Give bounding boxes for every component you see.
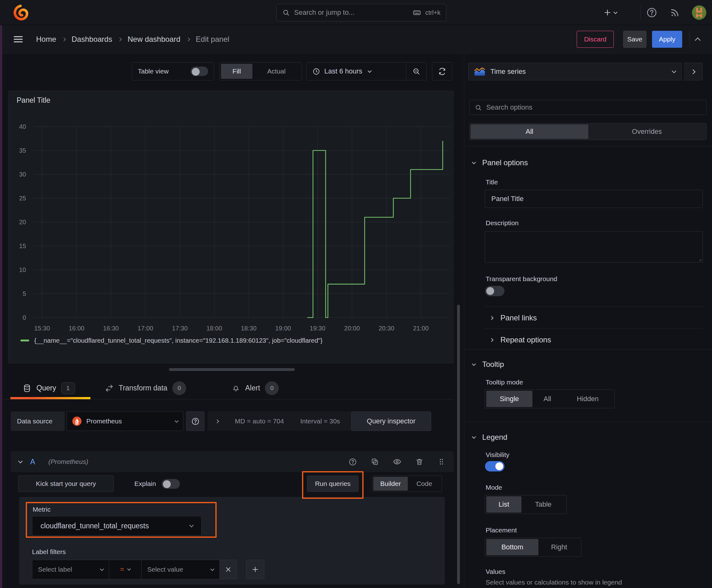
breadcrumb-separator-icon xyxy=(62,37,66,41)
select-value-dropdown[interactable]: Select value xyxy=(141,560,220,579)
mode-list-option[interactable]: List xyxy=(486,496,521,512)
fill-option[interactable]: Fill xyxy=(221,64,253,79)
collapse-icon[interactable] xyxy=(695,37,700,43)
tab-transform[interactable]: Transform data 0 xyxy=(93,377,193,399)
transform-icon xyxy=(105,384,114,393)
menu-icon[interactable] xyxy=(13,34,24,45)
query-help-icon[interactable] xyxy=(348,458,357,466)
tab-query[interactable]: Query 1 xyxy=(10,377,82,399)
panel-links-title: Panel links xyxy=(500,313,537,322)
options-tabs: All Overrides xyxy=(469,123,707,140)
chevron-down-icon xyxy=(672,68,676,73)
tab-all[interactable]: All xyxy=(471,124,588,139)
close-icon xyxy=(224,566,232,573)
avatar[interactable] xyxy=(692,5,706,20)
time-range-button[interactable]: Last 6 hours xyxy=(307,63,406,80)
duplicate-icon[interactable] xyxy=(371,458,379,466)
repeat-options-header[interactable]: Repeat options xyxy=(490,334,551,346)
legend-item[interactable]: {__name__="cloudflared_tunnel_total_requ… xyxy=(20,337,322,344)
legend-series-label[interactable]: {__name__="cloudflared_tunnel_total_requ… xyxy=(34,337,322,344)
tooltip-header[interactable]: Tooltip xyxy=(473,357,504,371)
label-filters-row: Select label = Select value xyxy=(32,560,264,579)
scrollbar[interactable] xyxy=(457,305,460,584)
query-ref-id[interactable]: A xyxy=(30,457,35,466)
explain-toggle[interactable] xyxy=(162,479,180,489)
drag-query-icon[interactable] xyxy=(437,458,446,466)
query-row-header[interactable]: A (Prometheus) xyxy=(11,451,454,472)
datasource-help-button[interactable] xyxy=(186,412,204,431)
legend-header[interactable]: Legend xyxy=(473,430,507,444)
svg-text:15: 15 xyxy=(19,243,26,249)
placement-right-option[interactable]: Right xyxy=(538,539,580,555)
tooltip-all-option[interactable]: All xyxy=(533,391,562,407)
transparent-bg-toggle[interactable] xyxy=(485,286,504,296)
chevron-down-icon xyxy=(368,69,372,73)
grafana-edit-panel: Search or jump to... ctrl+k Home Dashboa… xyxy=(0,0,712,588)
svg-text:18:00: 18:00 xyxy=(206,325,222,332)
query-ref-datasource: (Prometheus) xyxy=(48,458,340,465)
datasource-select[interactable]: Prometheus xyxy=(67,412,184,431)
options-sidebar: Time series Search options All Overrides… xyxy=(464,54,712,588)
hide-query-icon[interactable] xyxy=(393,457,402,466)
zoom-out-icon[interactable] xyxy=(406,63,426,80)
add-filter-button[interactable] xyxy=(246,560,264,579)
visibility-toggle[interactable] xyxy=(485,461,504,471)
options-search-placeholder: Search options xyxy=(486,103,533,111)
panel-links-header[interactable]: Panel links xyxy=(490,312,537,324)
apply-button[interactable]: Apply xyxy=(652,31,682,48)
title-input[interactable]: Panel Title xyxy=(485,190,703,208)
tab-overrides[interactable]: Overrides xyxy=(588,128,706,136)
expand-icon[interactable] xyxy=(215,419,219,423)
select-label-placeholder: Select label xyxy=(38,566,96,573)
save-button[interactable]: Save xyxy=(623,31,646,48)
svg-text:20: 20 xyxy=(19,218,26,226)
actual-option[interactable]: Actual xyxy=(253,67,300,75)
collapse-query-icon[interactable] xyxy=(18,459,23,463)
delete-query-icon[interactable] xyxy=(415,458,424,466)
refresh-button[interactable] xyxy=(432,62,452,80)
breadcrumb-separator-icon xyxy=(186,37,190,41)
builder-option[interactable]: Builder xyxy=(373,477,408,491)
placement-bottom-option[interactable]: Bottom xyxy=(486,539,538,555)
add-button[interactable] xyxy=(603,6,617,19)
resize-handle[interactable] xyxy=(169,368,295,371)
global-search[interactable]: Search or jump to... ctrl+k xyxy=(276,4,447,21)
operator-dropdown[interactable]: = xyxy=(109,560,142,579)
prometheus-icon xyxy=(72,416,82,426)
chevron-down-icon xyxy=(472,160,476,164)
mode-label: Mode xyxy=(486,484,502,491)
breadcrumb-bar: Home Dashboards New dashboard Edit panel… xyxy=(0,25,712,54)
database-icon xyxy=(23,384,31,393)
fill-actual-toggle: Fill Actual xyxy=(219,62,302,80)
discard-button[interactable]: Discard xyxy=(577,31,614,48)
search-icon xyxy=(475,104,482,111)
panel-title[interactable]: Panel Title xyxy=(17,96,50,105)
table-view-toggle[interactable] xyxy=(191,67,208,76)
values-label: Values xyxy=(486,568,505,575)
description-textarea[interactable] xyxy=(485,231,703,262)
datasource-value: Prometheus xyxy=(86,417,171,425)
kickstart-button[interactable]: Kick start your query xyxy=(18,476,114,492)
datasource-label-text: Data source xyxy=(17,417,52,425)
rss-icon[interactable] xyxy=(670,7,680,18)
options-search[interactable]: Search options xyxy=(469,100,707,115)
search-placeholder: Search or jump to... xyxy=(294,8,408,17)
visualization-select[interactable]: Time series xyxy=(468,63,682,80)
tooltip-single-option[interactable]: Single xyxy=(486,391,533,407)
tooltip-hidden-option[interactable]: Hidden xyxy=(562,391,613,407)
help-icon[interactable] xyxy=(646,7,657,18)
mode-table-option[interactable]: Table xyxy=(521,496,565,512)
select-label-dropdown[interactable]: Select label xyxy=(32,560,109,579)
breadcrumb-dashboards[interactable]: Dashboards xyxy=(71,35,112,44)
panel-options-header[interactable]: Panel options xyxy=(473,156,528,170)
toggle-viz-picker-button[interactable] xyxy=(684,63,703,80)
query-inspector-button[interactable]: Query inspector xyxy=(351,412,431,431)
breadcrumb-home[interactable]: Home xyxy=(36,35,56,44)
svg-text:20:30: 20:30 xyxy=(379,325,394,332)
tab-alert[interactable]: Alert 0 xyxy=(219,377,286,399)
svg-text:18:30: 18:30 xyxy=(241,325,257,332)
code-option[interactable]: Code xyxy=(408,480,441,487)
grafana-logo-icon[interactable] xyxy=(12,4,29,21)
breadcrumb-new-dashboard[interactable]: New dashboard xyxy=(127,35,180,44)
remove-filter-button[interactable] xyxy=(219,560,237,579)
